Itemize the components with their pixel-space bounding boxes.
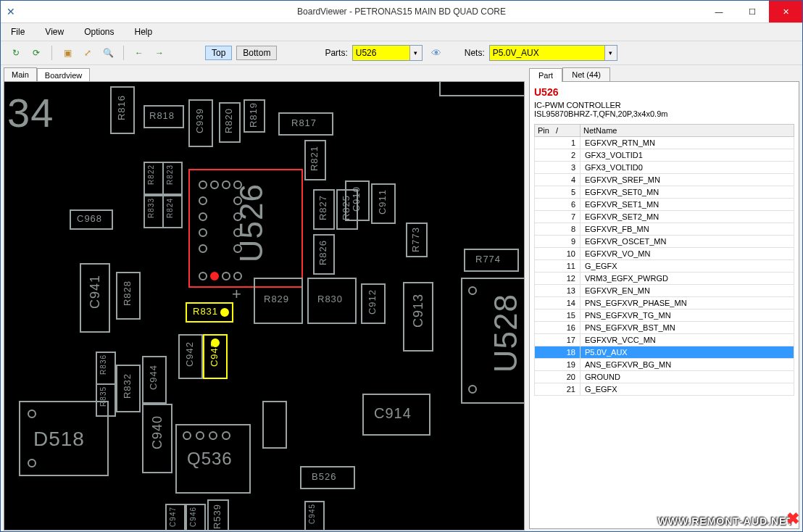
- component-r834[interactable]: [262, 401, 287, 449]
- component-c945[interactable]: C945: [304, 501, 325, 531]
- component-r816[interactable]: R816: [110, 86, 135, 134]
- component-r832[interactable]: R832: [116, 365, 141, 412]
- pin-row[interactable]: 1EGFXVR_RTN_MN: [535, 137, 794, 149]
- pin-row[interactable]: 19ANS_EGFXVR_BG_MN: [535, 359, 794, 371]
- component-r836[interactable]: R836: [96, 352, 116, 385]
- component-r825[interactable]: R825: [336, 189, 358, 230]
- component-r831[interactable]: R831: [186, 302, 233, 323]
- pin-row[interactable]: 2GFX3_VOLTID1: [535, 149, 794, 162]
- pin-row[interactable]: 10EGFXVR_VO_MN: [535, 248, 794, 260]
- component-r818[interactable]: R818: [143, 105, 184, 128]
- pin-row[interactable]: 8EGFXVR_FB_MN: [535, 223, 794, 236]
- pin-row[interactable]: 13EGFXVR_EN_MN: [535, 285, 794, 297]
- component-r820[interactable]: R820: [219, 102, 241, 143]
- component-c914[interactable]: C914: [362, 394, 430, 436]
- component-c944[interactable]: C944: [142, 356, 167, 404]
- pin-row[interactable]: 5EGFXVR_SET0_MN: [535, 186, 794, 199]
- pin-row[interactable]: 12VRM3_EGFX_PWRGD: [535, 273, 794, 285]
- layer-bottom-button[interactable]: Bottom: [236, 46, 277, 60]
- component-r827[interactable]: R827: [313, 189, 335, 230]
- component-r828[interactable]: R828: [116, 272, 141, 320]
- component-b526[interactable]: B526: [300, 466, 355, 489]
- component-c968[interactable]: C968: [70, 209, 113, 230]
- menu-view[interactable]: View: [41, 25, 68, 38]
- chevron-down-icon[interactable]: ▾: [604, 46, 617, 60]
- component-c943[interactable]: C943: [203, 334, 228, 379]
- tab-net[interactable]: Net (44): [562, 67, 610, 81]
- component-u526[interactable]: U526: [188, 169, 303, 288]
- app-icon: ✕: [7, 6, 18, 17]
- component-r539[interactable]: R539: [207, 499, 229, 531]
- pin-row[interactable]: 6EGFXVR_SET1_MN: [535, 199, 794, 211]
- component-r817[interactable]: R817: [278, 112, 333, 136]
- component-c941[interactable]: C941: [80, 263, 110, 333]
- component-r773[interactable]: R773: [406, 223, 428, 257]
- nets-combo[interactable]: ▾: [489, 45, 617, 61]
- component-r774[interactable]: R774: [464, 249, 519, 272]
- pin-row[interactable]: 15PNS_EGFXVR_TG_MN: [535, 309, 794, 322]
- component-r826[interactable]: R826: [313, 234, 335, 275]
- component-r823[interactable]: R823: [162, 162, 183, 195]
- refresh-all-icon[interactable]: ⟳: [28, 45, 44, 61]
- pins-table[interactable]: Pin / NetName 1EGFXVR_RTN_MN2GFX3_VOLTID…: [534, 124, 794, 396]
- forward-icon[interactable]: →: [151, 45, 167, 61]
- col-netname[interactable]: NetName: [581, 125, 794, 137]
- component-c942[interactable]: C942: [178, 334, 203, 379]
- layer-top-button[interactable]: Top: [205, 46, 232, 60]
- pin-row[interactable]: 20GROUND: [535, 371, 794, 383]
- pin-row[interactable]: 3GFX3_VOLTID0: [535, 162, 794, 174]
- zoom-icon[interactable]: 🔍: [100, 45, 116, 61]
- component-r821[interactable]: R821: [304, 140, 326, 180]
- parts-label: Parts:: [325, 48, 347, 58]
- back-icon[interactable]: ←: [131, 45, 147, 61]
- pin-row[interactable]: 4EGFXVR_SREF_MN: [535, 174, 794, 186]
- component-c913[interactable]: C913: [403, 282, 433, 352]
- component-r819[interactable]: R819: [244, 99, 265, 133]
- component-c911[interactable]: C911: [371, 183, 396, 224]
- component-r835[interactable]: R835: [96, 383, 116, 417]
- component-c939[interactable]: C939: [188, 99, 213, 147]
- pin-row[interactable]: 16PNS_EGFXVR_BST_MN: [535, 322, 794, 334]
- board-canvas[interactable]: 34 U526 + U528: [4, 81, 525, 531]
- component-r822[interactable]: R822: [143, 162, 164, 195]
- window-title: BoardViewer - PETRONAS15 MAIN BD QUAD CO…: [1, 7, 802, 17]
- pin-row[interactable]: 7EGFXVR_SET2_MN: [535, 211, 794, 223]
- menu-options[interactable]: Options: [80, 25, 118, 38]
- close-button[interactable]: ✕: [769, 1, 802, 22]
- component-partial-top[interactable]: [439, 81, 525, 96]
- pin-row[interactable]: 14PNS_EGFXVR_PHASE_MN: [535, 297, 794, 309]
- titlebar: ✕ BoardViewer - PETRONAS15 MAIN BD QUAD …: [1, 1, 802, 23]
- component-c912[interactable]: C912: [361, 283, 386, 324]
- component-r830[interactable]: R830: [307, 278, 357, 324]
- zoom-window-icon[interactable]: ▣: [59, 45, 75, 61]
- tab-main[interactable]: Main: [4, 67, 37, 81]
- component-c946[interactable]: C946: [186, 504, 206, 531]
- pin-row[interactable]: 18P5.0V_AUX: [535, 346, 794, 359]
- menu-help[interactable]: Help: [130, 25, 157, 38]
- component-r833[interactable]: R833: [143, 195, 164, 228]
- tab-boardview[interactable]: Boardview: [37, 68, 90, 82]
- component-c940[interactable]: C940: [142, 404, 172, 473]
- pin-row[interactable]: 11G_EGFX: [535, 260, 794, 273]
- nets-input[interactable]: [490, 46, 604, 59]
- maximize-button[interactable]: ☐: [736, 1, 769, 22]
- component-q536[interactable]: Q536: [175, 424, 251, 494]
- left-tabs: Main Boardview: [1, 65, 526, 81]
- refresh-icon[interactable]: ↻: [8, 45, 24, 61]
- component-r824[interactable]: R824: [162, 195, 183, 228]
- zoom-fit-icon[interactable]: ⤢: [80, 45, 96, 61]
- component-u528[interactable]: U528: [461, 278, 525, 404]
- menu-file[interactable]: File: [7, 25, 29, 38]
- pin-row[interactable]: 17EGFXVR_VCC_MN: [535, 334, 794, 346]
- parts-input[interactable]: [353, 46, 409, 59]
- component-c947[interactable]: C947: [165, 504, 186, 531]
- chevron-down-icon[interactable]: ▾: [409, 46, 422, 60]
- minimize-button[interactable]: —: [702, 1, 736, 22]
- component-r829[interactable]: R829: [254, 278, 303, 324]
- tab-part[interactable]: Part: [529, 68, 562, 82]
- pin-row[interactable]: 21G_EGFX: [535, 383, 794, 396]
- col-pin[interactable]: Pin /: [535, 125, 581, 137]
- parts-combo[interactable]: ▾: [352, 45, 423, 61]
- pin-row[interactable]: 9EGFXVR_OSCET_MN: [535, 236, 794, 248]
- eye-icon[interactable]: 👁: [427, 47, 446, 59]
